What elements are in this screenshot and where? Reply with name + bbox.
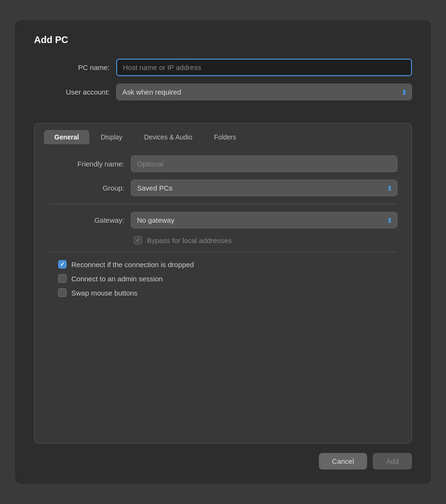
swap-mouse-wrapper[interactable]: Swap mouse buttons: [58, 288, 137, 297]
group-select[interactable]: Saved PCs No group: [131, 180, 397, 196]
user-account-label: User account:: [34, 88, 110, 96]
pc-name-row: PC name:: [34, 59, 412, 76]
pc-name-input[interactable]: [116, 59, 412, 76]
swap-mouse-checkbox[interactable]: [58, 288, 67, 297]
tab-devices-audio[interactable]: Devices & Audio: [134, 130, 203, 144]
add-pc-dialog: Add PC PC name: User account: Ask when r…: [15, 20, 431, 484]
cancel-button[interactable]: Cancel: [319, 453, 368, 469]
bypass-row: Bypass for local addresses: [49, 236, 397, 244]
bypass-checkbox[interactable]: [134, 236, 142, 244]
user-account-row: User account: Ask when required Add a us…: [34, 84, 412, 100]
reconnect-label: Reconnect if the connection is dropped: [71, 261, 194, 269]
friendly-name-input[interactable]: [131, 156, 397, 172]
user-account-wrapper: Ask when required Add a user account... …: [116, 84, 412, 100]
tab-general[interactable]: General: [44, 130, 89, 144]
tab-folders[interactable]: Folders: [204, 130, 247, 144]
friendly-name-row: Friendly name:: [49, 156, 397, 172]
gateway-label: Gateway:: [49, 216, 124, 224]
admin-session-label: Connect to an admin session: [71, 275, 163, 283]
admin-session-wrapper[interactable]: Connect to an admin session: [58, 274, 163, 283]
group-wrapper: Saved PCs No group ⬍: [131, 180, 397, 196]
reconnect-checkbox[interactable]: [58, 260, 67, 269]
swap-mouse-label: Swap mouse buttons: [71, 289, 137, 297]
admin-session-row: Connect to an admin session: [49, 274, 397, 283]
general-tab-content: Friendly name: Group: Saved PCs No group…: [34, 144, 412, 443]
add-button[interactable]: Add: [373, 453, 412, 469]
tabs-header: General Display Devices & Audio Folders: [34, 123, 412, 144]
tabs-panel: General Display Devices & Audio Folders …: [34, 123, 412, 443]
dialog-title: Add PC: [34, 35, 412, 45]
swap-mouse-row: Swap mouse buttons: [49, 288, 397, 297]
tab-display[interactable]: Display: [90, 130, 133, 144]
admin-session-checkbox[interactable]: [58, 274, 67, 283]
gateway-row: Gateway: No gateway ⬍: [49, 212, 397, 228]
group-row: Group: Saved PCs No group ⬍: [49, 180, 397, 196]
reconnect-wrapper[interactable]: Reconnect if the connection is dropped: [58, 260, 194, 269]
user-account-select[interactable]: Ask when required Add a user account...: [116, 84, 412, 100]
divider-2: [49, 252, 397, 252]
divider-1: [49, 204, 397, 204]
gateway-wrapper: No gateway ⬍: [131, 212, 397, 228]
reconnect-row: Reconnect if the connection is dropped: [49, 260, 397, 269]
friendly-name-label: Friendly name:: [49, 160, 124, 168]
dialog-footer: Cancel Add: [34, 443, 412, 469]
gateway-select[interactable]: No gateway: [131, 212, 397, 228]
group-label: Group:: [49, 184, 124, 192]
pc-name-label: PC name:: [34, 63, 110, 71]
bypass-label: Bypass for local addresses: [147, 236, 232, 244]
